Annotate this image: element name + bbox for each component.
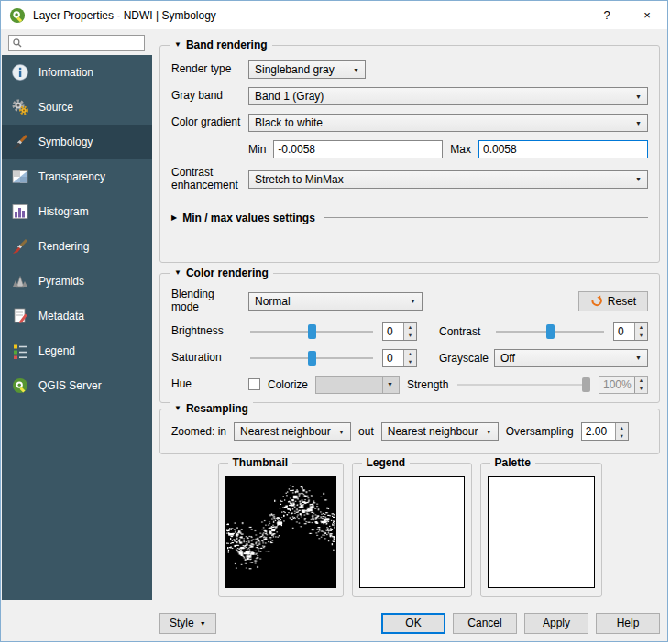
color-rendering-title: Color rendering <box>186 267 269 279</box>
spin-down-icon[interactable]: ▼ <box>635 332 647 340</box>
color-rendering-group: ▼ Color rendering Blending mode Normal ▼ <box>159 273 660 403</box>
max-input[interactable] <box>478 140 648 158</box>
sidebar-item-information[interactable]: Information <box>2 55 152 90</box>
color-rendering-header[interactable]: ▼ Color rendering <box>170 267 273 279</box>
colorize-checkbox[interactable] <box>248 378 260 390</box>
info-icon <box>11 63 29 82</box>
saturation-label: Saturation <box>171 352 241 365</box>
pyramids-icon <box>11 272 29 290</box>
slider-handle[interactable] <box>308 324 316 339</box>
main-panel: ▼ Band rendering Render type Singleband … <box>152 29 667 641</box>
gears-icon <box>11 98 29 116</box>
contrast-slider[interactable] <box>494 322 606 341</box>
spin-up-icon[interactable]: ▲ <box>635 377 647 385</box>
resampling-group: ▼ Resampling Zoomed: in Nearest neighbou… <box>159 409 660 454</box>
chevron-down-icon: ▼ <box>632 120 645 126</box>
colorize-color-button[interactable]: ▼ <box>315 376 400 394</box>
minmax-settings-toggle[interactable]: ▶ Min / max values settings <box>171 212 648 224</box>
contrast-enhancement-value: Stretch to MinMax <box>255 173 632 186</box>
spin-down-icon[interactable]: ▼ <box>404 358 416 366</box>
chevron-down-icon: ▼ <box>632 93 645 100</box>
render-type-combo[interactable]: Singleband gray ▼ <box>248 60 366 79</box>
colorize-label[interactable]: Colorize <box>268 378 308 391</box>
chevron-down-icon: ▼ <box>406 298 420 304</box>
qgis-server-icon <box>11 377 29 395</box>
slider-handle[interactable] <box>546 324 555 339</box>
search-icon <box>12 38 23 49</box>
hue-label: Hue <box>171 378 241 391</box>
zoomed-in-combo[interactable]: Nearest neighbour ▼ <box>234 422 351 441</box>
grayscale-combo[interactable]: Off ▼ <box>494 349 648 367</box>
spin-down-icon[interactable]: ▼ <box>404 332 416 340</box>
legend-frame <box>359 476 465 588</box>
sidebar-item-qgis-server[interactable]: QGIS Server <box>2 368 152 403</box>
palette-title: Palette <box>490 456 535 469</box>
legend-group: Legend <box>352 463 472 597</box>
brightness-slider[interactable] <box>248 322 375 341</box>
spin-up-icon[interactable]: ▲ <box>616 423 628 431</box>
contrast-enhancement-label: Contrast enhancement <box>171 167 241 192</box>
close-button[interactable]: × <box>627 1 667 29</box>
minmax-settings-title: Min / max values settings <box>182 212 315 224</box>
resampling-title: Resampling <box>186 402 248 415</box>
sidebar-search <box>8 35 145 51</box>
sidebar-item-label: Information <box>38 66 93 79</box>
spin-up-icon[interactable]: ▲ <box>635 323 647 332</box>
apply-button[interactable]: Apply <box>524 613 588 634</box>
chevron-down-icon: ▼ <box>349 67 363 73</box>
spin-down-icon[interactable]: ▼ <box>616 431 628 440</box>
sidebar-item-histogram[interactable]: Histogram <box>2 194 152 229</box>
sidebar-item-metadata[interactable]: Metadata <box>2 299 152 333</box>
render-type-value: Singleband gray <box>255 63 349 76</box>
reset-button[interactable]: Reset <box>578 291 648 311</box>
style-label: Style <box>170 617 194 629</box>
min-input[interactable] <box>273 140 443 158</box>
slider-handle[interactable] <box>582 377 590 392</box>
blending-mode-combo[interactable]: Normal ▼ <box>248 292 423 311</box>
spin-down-icon[interactable]: ▼ <box>635 385 647 393</box>
zoomed-out-value: Nearest neighbour <box>388 425 482 438</box>
spin-up-icon[interactable]: ▲ <box>404 350 416 358</box>
ok-button[interactable]: OK <box>381 613 445 634</box>
help-label: Help <box>617 617 640 629</box>
contrast-spinner[interactable]: 0 ▲▼ <box>613 322 648 341</box>
help-titlebar-button[interactable]: ? <box>587 1 627 29</box>
sidebar-item-symbology[interactable]: Symbology <box>2 125 152 159</box>
sidebar-item-transparency[interactable]: Transparency <box>2 159 152 194</box>
help-button[interactable]: Help <box>596 613 660 634</box>
collapse-triangle-icon: ▼ <box>174 41 181 49</box>
qgis-logo-icon <box>9 7 26 24</box>
color-gradient-combo[interactable]: Black to white ▼ <box>248 114 648 132</box>
sidebar-item-legend[interactable]: Legend <box>2 333 152 368</box>
oversampling-spinner[interactable]: 2.00 ▲▼ <box>581 422 629 441</box>
resampling-header[interactable]: ▼ Resampling <box>170 402 253 415</box>
document-pencil-icon <box>11 307 29 325</box>
gray-band-combo[interactable]: Band 1 (Gray) ▼ <box>248 87 648 105</box>
strength-spinner[interactable]: 100% ▲▼ <box>599 376 648 394</box>
zoomed-out-combo[interactable]: Nearest neighbour ▼ <box>381 422 499 441</box>
legend-icon <box>11 342 29 360</box>
sidebar-item-label: QGIS Server <box>38 379 102 392</box>
sidebar-item-source[interactable]: Source <box>2 90 152 125</box>
chevron-down-icon: ▼ <box>335 429 348 435</box>
saturation-spinner[interactable]: 0 ▲▼ <box>382 349 417 367</box>
spin-up-icon[interactable]: ▲ <box>404 323 416 332</box>
sidebar-item-rendering[interactable]: Rendering <box>2 229 152 264</box>
brightness-spinner[interactable]: 0 ▲▼ <box>382 322 417 341</box>
blending-mode-value: Normal <box>255 295 406 308</box>
strength-slider[interactable] <box>456 376 591 394</box>
layer-properties-dialog: Layer Properties - NDWI | Symbology ? × … <box>0 0 668 642</box>
cancel-button[interactable]: Cancel <box>453 613 517 634</box>
histogram-icon <box>11 202 29 221</box>
sidebar-item-pyramids[interactable]: Pyramids <box>2 264 152 299</box>
sidebar-item-label: Transparency <box>38 170 105 183</box>
search-input[interactable] <box>26 38 141 49</box>
saturation-value: 0 <box>383 350 403 366</box>
oversampling-label: Oversampling <box>506 425 574 438</box>
contrast-enhancement-combo[interactable]: Stretch to MinMax ▼ <box>248 170 648 189</box>
saturation-slider[interactable] <box>248 349 375 367</box>
style-button[interactable]: Style ▼ <box>159 613 216 634</box>
slider-handle[interactable] <box>308 351 316 366</box>
contrast-value: 0 <box>614 323 634 340</box>
band-rendering-header[interactable]: ▼ Band rendering <box>170 38 272 51</box>
